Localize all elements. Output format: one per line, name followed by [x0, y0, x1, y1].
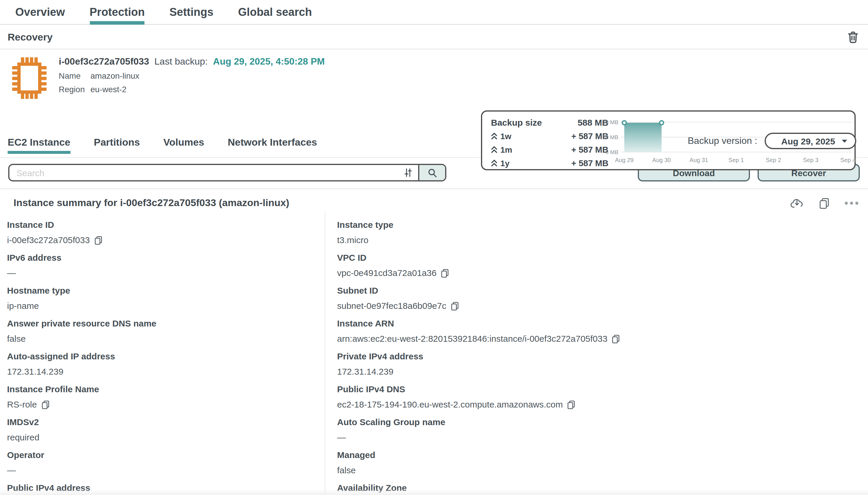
fields-column-left: Instance IDi-00ef3c272a705f033IPv6 addre…: [0, 211, 325, 495]
cloud-download-button[interactable]: [790, 198, 804, 208]
copy-button[interactable]: [567, 400, 575, 409]
backup-delta-1y: 1y + 587 MB: [491, 157, 609, 169]
field-ipv6-address: IPv6 address—: [7, 253, 325, 285]
copy-button[interactable]: [612, 335, 620, 343]
field-label: Answer private resource DNS name: [7, 318, 325, 329]
ellipsis-icon: [845, 201, 858, 205]
field-value: vpc-0e491cd3a72a01a36: [337, 268, 868, 278]
field-answer-private-resource-dns-name: Answer private resource DNS namefalse: [7, 318, 325, 351]
cloud-download-icon: [790, 198, 804, 208]
copy-icon: [819, 198, 829, 209]
tab-volumes[interactable]: Volumes: [163, 132, 204, 154]
search-button[interactable]: [418, 165, 445, 180]
field-imdsv2: IMDSv2required: [7, 417, 325, 450]
column-divider: [325, 211, 325, 495]
chevrons-up-icon: [491, 159, 497, 167]
field-value: false: [7, 334, 325, 344]
field-label: Subnet ID: [337, 285, 868, 296]
page-title: Recovery: [7, 31, 53, 43]
copy-icon: [441, 269, 449, 277]
svg-text:Aug 31: Aug 31: [690, 157, 708, 163]
instance-name: amazon-linux: [90, 71, 139, 81]
instance-id: i-00ef3c272a705f033: [59, 56, 149, 67]
field-label: Hostname type: [7, 285, 325, 296]
copy-button[interactable]: [451, 302, 459, 310]
svg-text:Sep 1: Sep 1: [729, 157, 744, 163]
field-value: subnet-0e97fec18a6b09e7c: [337, 301, 868, 311]
tab-ec2-instance[interactable]: EC2 Instance: [7, 132, 70, 154]
field-public-ipv4-address: Public IPv4 address: [7, 483, 325, 495]
field-operator: Operator—: [7, 450, 325, 483]
field-label: Auto Scaling Group name: [337, 417, 868, 427]
field-instance-type: Instance typet3.micro: [337, 220, 868, 253]
copy-icon: [612, 335, 620, 343]
field-value: false: [337, 465, 868, 476]
field-label: Operator: [7, 450, 325, 460]
field-value: —: [7, 268, 325, 278]
instance-region: eu-west-2: [90, 85, 126, 94]
field-label: Private IPv4 address: [337, 351, 868, 362]
search-bar: [8, 164, 446, 182]
copy-icon: [42, 400, 49, 409]
copy-button[interactable]: [95, 236, 102, 244]
tab-settings[interactable]: Settings: [169, 0, 214, 24]
recovery-header: Recovery: [0, 25, 868, 49]
summary-title: Instance summary for i-00ef3c272a705f033…: [14, 197, 289, 209]
copy-button[interactable]: [441, 269, 449, 277]
field-vpc-id: VPC IDvpc-0e491cd3a72a01a36: [337, 253, 868, 285]
field-value: —: [337, 432, 868, 443]
field-label: Instance type: [337, 220, 868, 230]
field-value: RS-role: [7, 399, 325, 410]
field-private-ipv4-address: Private IPv4 address172.31.14.239: [337, 351, 868, 384]
field-subnet-id: Subnet IDsubnet-0e97fec18a6b09e7c: [337, 285, 868, 318]
filter-button[interactable]: [398, 165, 418, 180]
field-value: 172.31.14.239: [337, 366, 868, 377]
summary-header: Instance summary for i-00ef3c272a705f033…: [0, 189, 868, 209]
field-instance-profile-name: Instance Profile NameRS-role: [7, 384, 325, 417]
copy-summary-button[interactable]: [819, 198, 829, 209]
field-label: Availability Zone: [337, 483, 868, 493]
instance-chip-icon: [6, 55, 52, 103]
field-label: Public IPv4 address: [7, 483, 325, 493]
tab-network-interfaces[interactable]: Network Interfaces: [228, 132, 317, 154]
svg-text:600 MB: 600 MB: [603, 119, 618, 125]
field-label: IPv6 address: [7, 253, 325, 263]
field-label: Auto-assigned IP address: [7, 351, 325, 362]
instance-summary-fields: Instance IDi-00ef3c272a705f033IPv6 addre…: [0, 211, 868, 495]
copy-button[interactable]: [42, 400, 49, 409]
search-input[interactable]: [10, 165, 398, 180]
field-instance-arn: Instance ARNarn:aws:ec2:eu-west-2:820153…: [337, 318, 868, 351]
field-managed: Managedfalse: [337, 450, 868, 483]
field-label: Instance ARN: [337, 318, 868, 329]
field-label: Instance Profile Name: [7, 384, 325, 395]
field-hostname-type: Hostname typeip-name: [7, 285, 325, 318]
field-value: ip-name: [7, 301, 325, 311]
backup-version-label: Backup version :: [688, 136, 757, 146]
field-label: Instance ID: [7, 220, 325, 230]
field-label: Public IPv4 DNS: [337, 384, 868, 395]
field-value: arn:aws:ec2:eu-west-2:820153921846:insta…: [337, 334, 868, 344]
delete-button[interactable]: [848, 31, 858, 44]
field-value: ec2-18-175-194-190.eu-west-2.compute.ama…: [337, 399, 868, 410]
tab-protection[interactable]: Protection: [89, 0, 145, 24]
copy-icon: [95, 236, 102, 244]
tab-global-search[interactable]: Global search: [238, 0, 312, 24]
chevron-down-icon: [841, 139, 848, 143]
backup-size-label: Backup size: [491, 117, 542, 127]
resource-strip: i-00ef3c272a705f033 Last backup: Aug 29,…: [0, 49, 868, 122]
tab-partitions[interactable]: Partitions: [94, 132, 140, 154]
field-instance-id: Instance IDi-00ef3c272a705f033: [7, 220, 325, 253]
copy-icon: [451, 302, 459, 310]
filter-sliders-icon: [404, 168, 413, 177]
trash-icon: [848, 31, 858, 44]
backup-version-select[interactable]: Aug 29, 2025: [765, 133, 856, 149]
field-public-ipv4-dns: Public IPv4 DNSec2-18-175-194-190.eu-wes…: [337, 384, 868, 417]
name-label: Name: [59, 71, 90, 81]
tab-overview[interactable]: Overview: [15, 0, 65, 24]
more-options-button[interactable]: [845, 201, 858, 205]
last-backup-time: Aug 29, 2025, 4:50:28 PM: [213, 56, 325, 67]
field-label: VPC ID: [337, 253, 868, 263]
app-window: Overview Protection Settings Global sear…: [0, 0, 868, 495]
fields-column-right: Instance typet3.microVPC IDvpc-0e491cd3a…: [325, 211, 868, 495]
main-nav: Overview Protection Settings Global sear…: [0, 0, 868, 25]
